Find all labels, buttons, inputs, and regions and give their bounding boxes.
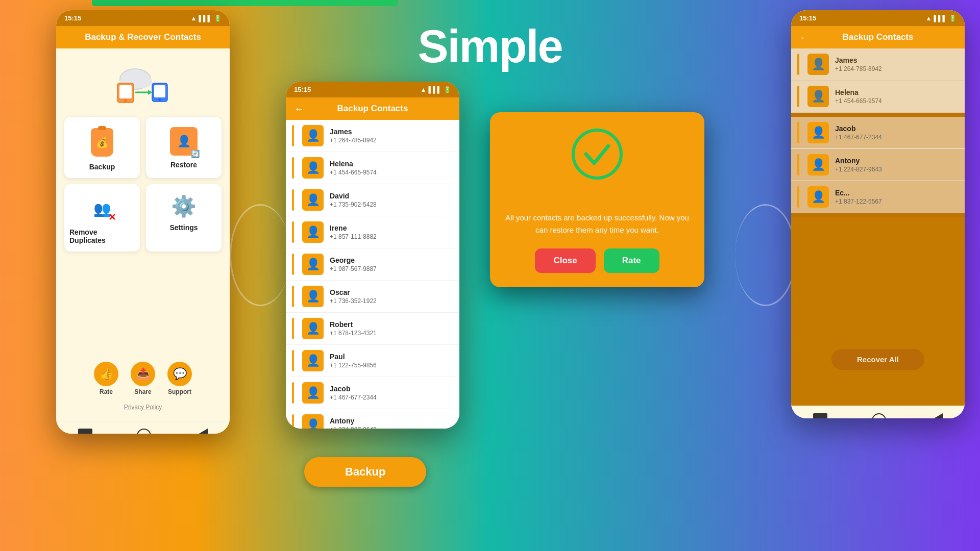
menu-item-settings[interactable]: ⚙️ Settings: [146, 184, 222, 252]
contact-phone: +1 837-122-5567: [835, 198, 959, 205]
contact-avatar: 👤: [302, 157, 324, 179]
bottom-actions: 👍 Rate 📤 Share 💬 Support: [94, 362, 192, 395]
contact-item[interactable]: 👤 James +1 264-785-8942: [286, 120, 459, 152]
left-nav-bar: [56, 421, 230, 434]
center-status-icons: ▲▌▌▌🔋: [421, 86, 451, 93]
contact-info: Irene +1 857-111-8882: [330, 224, 453, 240]
contact-border: [797, 186, 799, 208]
dialog-buttons: Close Rate: [535, 248, 659, 273]
rate-label: Rate: [100, 388, 113, 395]
backup-floating-button[interactable]: Backup: [304, 457, 426, 487]
rate-action[interactable]: 👍 Rate: [94, 362, 118, 395]
contact-avatar: 👤: [302, 350, 324, 371]
contact-item[interactable]: 👤 Irene +1 857-111-8882: [286, 216, 459, 248]
recover-all-button[interactable]: Recover All: [831, 349, 924, 370]
contact-phone: +1 736-352-1922: [330, 297, 453, 305]
recent-button[interactable]: [195, 429, 208, 434]
backup-label: Backup: [89, 163, 115, 171]
contact-border: [292, 350, 294, 371]
svg-point-2: [134, 76, 152, 88]
contact-info: Ec... +1 837-122-5567: [835, 189, 959, 205]
home-button[interactable]: [78, 429, 92, 434]
share-icon: 📤: [131, 362, 155, 386]
center-title: Backup Contacts: [337, 104, 408, 114]
svg-point-5: [124, 99, 127, 102]
menu-item-backup[interactable]: 💰 Backup: [64, 117, 140, 178]
contact-phone: +1 987-567-9887: [330, 265, 453, 272]
contact-phone: +1 224-827-9643: [330, 426, 453, 429]
dialog-close-button[interactable]: Close: [535, 248, 595, 273]
contact-phone: +1 454-665-9574: [835, 97, 959, 105]
svg-rect-4: [119, 85, 132, 98]
contact-phone: +1 467-677-2344: [835, 134, 959, 141]
menu-item-restore[interactable]: 👤 🔄 Restore: [146, 117, 222, 178]
contact-item[interactable]: 👤 Jacob +1 467-677-2344: [791, 117, 965, 149]
contact-avatar: 👤: [302, 125, 324, 146]
left-phone: 15:15 ▲▌▌▌🔋 Backup & Recover Contacts: [56, 10, 230, 434]
contact-phone: +1 454-665-9574: [330, 169, 453, 176]
center-phone: 15:15 ▲▌▌▌🔋 ← Backup Contacts 👤 James +1…: [286, 82, 459, 429]
center-status-bar: 15:15 ▲▌▌▌🔋: [286, 82, 459, 97]
contact-border: [797, 54, 799, 75]
right-back-arrow[interactable]: ←: [799, 32, 810, 43]
restore-icon: 👤 🔄: [170, 127, 198, 156]
contact-info: Antony +1 224-827-9643: [330, 417, 453, 429]
dialog-box: Awesome! All your contacts are backed up…: [490, 112, 704, 287]
right-contacts-lower: 👤 Jacob +1 467-677-2344 👤 Antony +1 224-…: [791, 113, 965, 217]
contact-item[interactable]: 👤 Jacob +1 467-677-2344: [286, 377, 459, 409]
cloud-transfer-icon: [112, 64, 174, 107]
contact-phone: +1 735-902-5428: [330, 201, 453, 208]
contact-phone: +1 122-755-9856: [330, 362, 453, 369]
settings-icon: ⚙️: [171, 194, 197, 218]
contact-info: Antony +1 224-827-9643: [835, 157, 959, 173]
contact-item[interactable]: 👤 George +1 987-567-9887: [286, 248, 459, 281]
restore-label: Restore: [170, 161, 197, 169]
contact-item[interactable]: 👤 Robert +1 678-123-4321: [286, 313, 459, 345]
contact-item[interactable]: 👤 Antony +1 224-827-9643: [286, 409, 459, 429]
back-button[interactable]: [137, 429, 151, 434]
checkmark-circle: [572, 129, 623, 180]
contact-item[interactable]: 👤 Antony +1 224-827-9643: [791, 149, 965, 181]
contact-item[interactable]: 👤 David +1 735-902-5428: [286, 184, 459, 216]
support-icon: 💬: [167, 362, 192, 386]
contact-item[interactable]: 👤 Helena +1 454-665-9574: [791, 81, 965, 113]
right-back-button[interactable]: [872, 413, 886, 419]
center-back-arrow[interactable]: ←: [294, 103, 304, 115]
contact-info: Oscar +1 736-352-1922: [330, 288, 453, 305]
contact-info: Helena +1 454-665-9574: [835, 88, 959, 105]
left-title: Backup & Recover Contacts: [85, 32, 201, 42]
contact-item[interactable]: 👤 James +1 264-785-8942: [791, 48, 965, 81]
right-phone: 15:15 ▲▌▌▌🔋 ← Backup Contacts 👤 James +1…: [791, 10, 965, 418]
support-label: Support: [168, 388, 191, 395]
left-status-icons: ▲▌▌▌🔋: [191, 15, 222, 22]
contact-info: James +1 264-785-8942: [330, 128, 453, 144]
share-action[interactable]: 📤 Share: [131, 362, 155, 395]
contact-name: Antony: [330, 417, 453, 425]
contact-border: [797, 154, 799, 176]
contact-item[interactable]: 👤 Ec... +1 837-122-5567: [791, 181, 965, 213]
contact-border: [292, 125, 294, 146]
right-contact-list: 👤 James +1 264-785-8942 👤 Helena +1 454-…: [791, 48, 965, 113]
dialog-rate-button[interactable]: Rate: [604, 248, 659, 273]
share-label: Share: [134, 388, 151, 395]
support-action[interactable]: 💬 Support: [167, 362, 192, 395]
remove-duplicates-label: Remove Duplicates: [69, 228, 135, 244]
contact-item[interactable]: 👤 Helena +1 454-665-9574: [286, 152, 459, 184]
contact-border: [292, 254, 294, 275]
contact-name: Jacob: [835, 124, 959, 133]
contact-info: Jacob +1 467-677-2344: [330, 385, 453, 401]
contact-name: David: [330, 192, 453, 200]
left-time: 15:15: [64, 14, 81, 22]
contact-info: Helena +1 454-665-9574: [330, 160, 453, 176]
right-recent-button[interactable]: [930, 413, 943, 419]
contact-info: Jacob +1 467-677-2344: [835, 124, 959, 141]
menu-item-remove-duplicates[interactable]: 👥 ✕ Remove Duplicates: [64, 184, 140, 252]
contact-info: Robert +1 678-123-4321: [330, 320, 453, 337]
contact-avatar: 👤: [807, 154, 829, 176]
right-home-button[interactable]: [813, 413, 827, 419]
privacy-policy-link[interactable]: Privacy Policy: [124, 404, 162, 411]
contact-name: Antony: [835, 157, 959, 165]
contact-item[interactable]: 👤 Paul +1 122-755-9856: [286, 345, 459, 377]
contact-item[interactable]: 👤 Oscar +1 736-352-1922: [286, 281, 459, 313]
contact-info: George +1 987-567-9887: [330, 256, 453, 272]
